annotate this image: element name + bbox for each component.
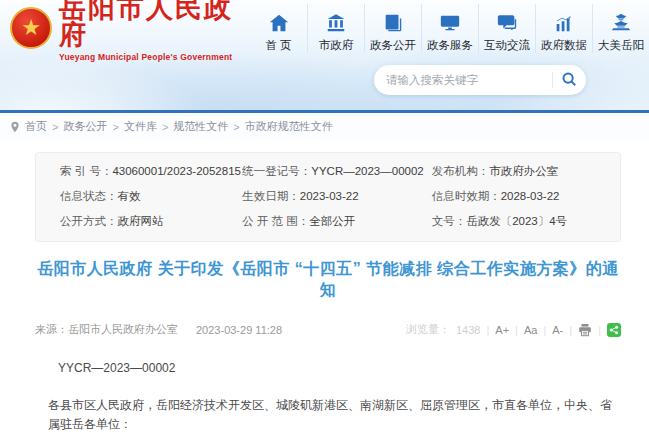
toolbar-separator: | [598, 324, 601, 336]
document-icon [365, 12, 421, 36]
site-logo[interactable]: ★ 岳阳市人民政府 Yueyang Municipal People's Gov… [10, 0, 250, 62]
article-title: 岳阳市人民政府 关于印发《岳阳市 “十四五” 节能减排 综合工作实施方案》的通知 [35, 259, 621, 301]
nav-item-label: 互动交流 [479, 38, 535, 53]
views-label: 浏览量： [406, 322, 450, 337]
font-larger-button[interactable]: A+ [495, 324, 509, 336]
document-page: 索 引 号：43060001/2023-2052815 统一登记号：YYCR—2… [0, 140, 649, 432]
breadcrumb-separator: > [162, 121, 168, 133]
print-button[interactable] [578, 323, 592, 337]
document-meta-table: 索 引 号：43060001/2023-2052815 统一登记号：YYCR—2… [35, 152, 621, 242]
data-chart-icon [536, 12, 592, 36]
chat-icon [479, 12, 535, 36]
toolbar-separator: | [569, 324, 572, 336]
article-toolbar: 浏览量： 1438 | A+ | Aa | A- | | [406, 322, 621, 337]
meta-cell: 发布机构：市政府办公室 [432, 164, 596, 179]
nav-item-label: 首 页 [250, 38, 307, 53]
nav-item-beautiful-yueyang[interactable]: 大美岳阳 [592, 4, 649, 53]
nav-item-home[interactable]: 首 页 [250, 4, 307, 53]
nav-item-services[interactable]: 政务服务 [421, 4, 478, 53]
views-count: 1438 [456, 324, 480, 336]
article-source-row: 来源： 岳阳市人民政府办公室 2023-03-29 11:28 浏览量： 143… [35, 322, 621, 337]
breadcrumb-item[interactable]: 规范性文件 [173, 119, 228, 134]
toolbar-separator: | [543, 324, 546, 336]
source-value: 岳阳市人民政府办公室 [68, 322, 178, 337]
search-icon [561, 71, 577, 90]
breadcrumb-item-current: 市政府规范性文件 [245, 119, 333, 134]
service-screen-icon [422, 12, 478, 36]
national-emblem-icon: ★ [10, 7, 52, 49]
breadcrumb-separator: > [52, 121, 58, 133]
article-paragraph: 各县市区人民政府，岳阳经济技术开发区、城陵矶新港区、南湖新区、屈原管理区，市直各… [48, 396, 621, 432]
meta-cell: 生效日期：2023-03-22 [242, 189, 431, 204]
printer-icon [578, 325, 592, 340]
breadcrumb-item[interactable]: 政务公开 [63, 119, 107, 134]
nav-item-label: 市政府 [308, 38, 364, 53]
search-button[interactable] [553, 65, 586, 95]
nav-item-interaction[interactable]: 互动交流 [478, 4, 535, 53]
search-input[interactable] [374, 74, 552, 86]
source-label: 来源： [35, 322, 68, 337]
nav-item-disclosure[interactable]: 政务公开 [364, 4, 421, 53]
location-pin-icon [10, 121, 20, 133]
site-title: 岳阳市人民政府 [59, 0, 250, 49]
nav-item-data[interactable]: 政府数据 [535, 4, 592, 53]
breadcrumb-item[interactable]: 首页 [25, 119, 47, 134]
nav-item-label: 政务公开 [365, 38, 421, 53]
home-icon [250, 12, 307, 36]
share-icon [607, 323, 621, 337]
meta-cell: 索 引 号：43060001/2023-2052815 [60, 164, 242, 179]
nav-item-government[interactable]: 市政府 [307, 4, 364, 53]
font-normal-button[interactable]: Aa [524, 324, 537, 336]
toolbar-separator: | [515, 324, 518, 336]
nav-item-label: 大美岳阳 [593, 38, 649, 53]
nav-item-label: 政府数据 [536, 38, 592, 53]
meta-cell: 公 开 范 围：全部公开 [242, 214, 431, 229]
yueyang-tower-icon [593, 12, 649, 36]
site-title-english: Yueyang Municipal People's Government [59, 52, 250, 62]
share-button[interactable] [607, 323, 621, 337]
meta-cell: 统一登记号：YYCR—2023—00002 [242, 164, 431, 179]
meta-cell: 公开方式：政府网站 [60, 214, 242, 229]
government-building-icon [308, 12, 364, 36]
document-registration-number: YYCR—2023—00002 [58, 361, 621, 375]
toolbar-separator: | [486, 324, 489, 336]
nav-item-label: 政务服务 [422, 38, 478, 53]
breadcrumb-separator: > [112, 121, 118, 133]
site-search [374, 65, 586, 95]
publish-datetime: 2023-03-29 11:28 [196, 324, 282, 336]
site-header: ★ 岳阳市人民政府 Yueyang Municipal People's Gov… [0, 0, 649, 110]
main-nav: 首 页 市政府 政务公开 政务服务 [250, 4, 649, 53]
font-smaller-button[interactable]: A- [552, 324, 563, 336]
breadcrumb: 首页 > 政务公开 > 文件库 > 规范性文件 > 市政府规范性文件 [0, 113, 649, 140]
meta-cell: 信息状态：有效 [60, 189, 242, 204]
meta-cell: 信息时效期：2028-03-22 [432, 189, 596, 204]
breadcrumb-separator: > [233, 121, 239, 133]
article-body: YYCR—2023—00002 各县市区人民政府，岳阳经济技术开发区、城陵矶新港… [35, 361, 621, 432]
breadcrumb-item[interactable]: 文件库 [124, 119, 157, 134]
meta-cell: 文号：岳政发〔2023〕4号 [432, 214, 596, 229]
